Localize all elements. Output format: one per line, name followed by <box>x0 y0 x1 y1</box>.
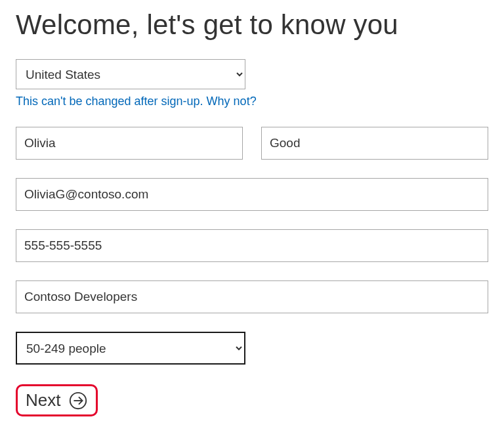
name-row <box>16 127 488 160</box>
email-input[interactable] <box>16 178 488 211</box>
company-input[interactable] <box>16 280 488 313</box>
country-helper-link[interactable]: This can't be changed after sign-up. Why… <box>16 95 488 108</box>
country-row: United States This can't be changed afte… <box>16 59 488 108</box>
arrow-right-circle-icon <box>68 391 88 411</box>
page-title: Welcome, let's get to know you <box>16 9 488 41</box>
company-size-select[interactable]: 50-249 people <box>16 332 245 365</box>
phone-input[interactable] <box>16 229 488 262</box>
next-button-label: Next <box>26 390 60 411</box>
first-name-input[interactable] <box>16 127 243 160</box>
country-select[interactable]: United States <box>16 59 245 89</box>
signup-form: United States This can't be changed afte… <box>16 59 488 416</box>
next-button[interactable]: Next <box>16 384 98 416</box>
last-name-input[interactable] <box>261 127 488 160</box>
